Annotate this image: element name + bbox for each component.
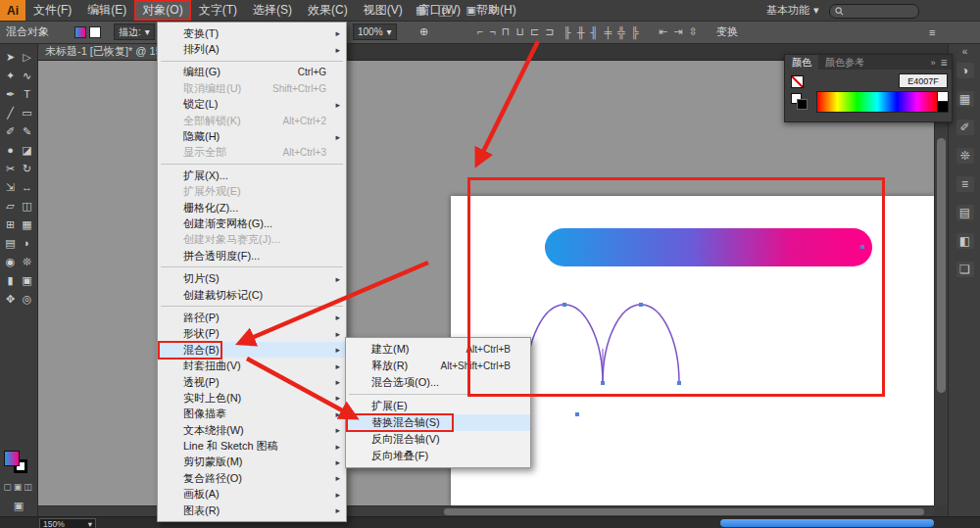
symbols-panel-icon[interactable]: ❊ — [956, 148, 974, 164]
rotate-tool-icon[interactable]: ↻ — [19, 161, 35, 176]
menu-item-line-sketch[interactable]: Line 和 Sketch 图稿▸ — [158, 438, 346, 454]
menu-item-clipping-mask[interactable]: 剪切蒙版(M)▸ — [158, 455, 346, 470]
menu-item-graph[interactable]: 图表(R)▸ — [158, 503, 346, 518]
hand-tool-icon[interactable]: ✥ — [2, 291, 19, 307]
menu-view[interactable]: 视图(V) — [356, 0, 411, 21]
magic-wand-tool-icon[interactable]: ✦ — [2, 68, 19, 83]
artboard-tool-icon[interactable]: ▣ — [19, 272, 35, 288]
menu-item-slice[interactable]: 切片(S)▸ — [158, 270, 346, 286]
menu-item-gradient-mesh[interactable]: 创建渐变网格(G)... — [158, 216, 346, 231]
anchor-points[interactable] — [524, 245, 864, 416]
workspace-switcher[interactable]: 基本功能 ▾ — [766, 0, 819, 21]
menu-item-rasterize[interactable]: 栅格化(Z)... — [158, 200, 346, 216]
spectrum-black-swatch[interactable] — [937, 101, 949, 113]
menu-item-flatten-transparency[interactable]: 拼合透明度(F)... — [158, 248, 346, 264]
perspective-grid-tool-icon[interactable]: ⊞ — [2, 216, 19, 232]
line-segment-tool-icon[interactable]: ╱ — [2, 105, 19, 120]
fill-stroke-proxy[interactable] — [74, 21, 101, 43]
menu-item-live-paint[interactable]: 实时上色(N)▸ — [158, 390, 346, 406]
color-spectrum-bar[interactable] — [816, 91, 938, 113]
menu-type[interactable]: 文字(T) — [191, 0, 245, 21]
menu-edit[interactable]: 编辑(E) — [79, 0, 134, 21]
opacity-dropdown[interactable]: 100%▾ — [353, 21, 397, 43]
submenu-item-blend-options[interactable]: 混合选项(O)... — [346, 374, 530, 391]
fill-swatch[interactable] — [74, 26, 86, 38]
bridge-icon[interactable]: Br — [438, 5, 453, 17]
expand-panels-icon[interactable]: « — [949, 43, 980, 63]
width-tool-icon[interactable]: ↔ — [19, 179, 35, 195]
menu-file[interactable]: 文件(F) — [25, 0, 79, 21]
menu-item-expand[interactable]: 扩展(X)... — [158, 168, 346, 183]
gradient-tool-icon[interactable]: ▤ — [2, 235, 19, 251]
submenu-item-replace-spine[interactable]: 替换混合轴(S) — [346, 414, 530, 431]
tab-color-guide[interactable]: 颜色参考 — [818, 55, 871, 70]
menu-effect[interactable]: 效果(C) — [300, 0, 356, 21]
menu-item-arrange[interactable]: 排列(A)▸ — [158, 41, 346, 57]
column-graph-tool-icon[interactable]: ▮ — [2, 272, 19, 288]
document-setup-icon[interactable]: ⊕ — [419, 21, 428, 43]
stroke-swatch[interactable] — [89, 26, 101, 38]
menu-item-group[interactable]: 编组(G)Ctrl+G — [158, 65, 346, 80]
type-tool-icon[interactable]: T — [19, 86, 35, 102]
transparency-panel-icon[interactable]: ◧ — [956, 233, 974, 249]
swatches-panel-icon[interactable]: ▦ — [956, 91, 974, 107]
brushes-panel-icon[interactable]: ✐ — [956, 120, 974, 135]
gradient-panel-icon[interactable]: ▤ — [956, 205, 974, 220]
blend-tool-icon[interactable]: ◉ — [2, 254, 19, 269]
distribute-icons-group[interactable]: ╟╫╢╪╬╠ — [564, 21, 645, 43]
panel-menu-icon[interactable]: ≣ — [940, 58, 948, 68]
zoom-level-dropdown[interactable]: 150% ▾ — [39, 518, 96, 528]
paintbrush-tool-icon[interactable]: ✐ — [2, 123, 19, 139]
scale-tool-icon[interactable]: ⇲ — [2, 179, 19, 195]
submenu-item-reverse-spine[interactable]: 反向混合轴(V) — [346, 431, 530, 448]
transform-link[interactable]: 变换 — [716, 21, 738, 43]
scissors-tool-icon[interactable]: ✂ — [2, 161, 19, 176]
black-swatch[interactable] — [797, 99, 808, 110]
zoom-tool-icon[interactable]: ◎ — [19, 291, 35, 307]
tab-color[interactable]: 颜色 — [785, 55, 818, 70]
submenu-item-reverse-front-to-back[interactable]: 反向堆叠(F) — [346, 448, 530, 464]
draw-mode-icons[interactable]: ▢▣◫ — [0, 482, 37, 492]
align-icons-group[interactable]: ⌐¬⊓⊔⊏⊐ — [477, 21, 560, 43]
pencil-tool-icon[interactable]: ✎ — [19, 123, 35, 139]
menu-item-perspective[interactable]: 透视(P)▸ — [158, 374, 346, 390]
search-input[interactable] — [848, 6, 913, 18]
horizontal-scrollbar-thumb[interactable] — [444, 508, 924, 515]
layout-icon[interactable]: ▣ — [466, 4, 475, 17]
eraser-tool-icon[interactable]: ◪ — [19, 142, 35, 158]
menu-item-hide[interactable]: 隐藏(H)▸ — [158, 128, 346, 144]
menu-select[interactable]: 选择(S) — [245, 0, 300, 21]
direct-selection-tool-icon[interactable]: ▷ — [19, 49, 35, 65]
app-logo[interactable]: Ai — [0, 0, 25, 21]
eyedropper-tool-icon[interactable]: ◗ — [19, 235, 35, 251]
control-panel-menu-icon[interactable]: ≡ — [929, 21, 935, 43]
menu-item-path[interactable]: 路径(P)▸ — [158, 310, 346, 325]
menu-item-crop-marks[interactable]: 创建裁切标记(C) — [158, 287, 346, 303]
vertical-scrollbar-thumb[interactable] — [937, 138, 946, 393]
menu-item-blend[interactable]: 混合(B)▸ — [158, 342, 346, 358]
spacing-icons-group[interactable]: ⇤⇥⇳ — [659, 21, 704, 43]
rectangle-tool-icon[interactable]: ▭ — [19, 105, 35, 120]
symbol-sprayer-tool-icon[interactable]: ❊ — [19, 254, 35, 269]
stroke-panel-icon[interactable]: ≡ — [956, 176, 974, 192]
layers-panel-icon[interactable]: ❏ — [956, 262, 974, 277]
menu-item-artboards[interactable]: 画板(A)▸ — [158, 487, 346, 503]
selection-tool-icon[interactable]: ➤ — [2, 49, 19, 65]
grid-icon[interactable]: ▦ — [416, 4, 425, 17]
collapse-panel-icon[interactable]: » — [930, 58, 935, 68]
mesh-tool-icon[interactable]: ▦ — [19, 216, 35, 232]
color-panel-icon[interactable]: ◑ — [956, 63, 974, 78]
lasso-tool-icon[interactable]: ∿ — [19, 68, 35, 83]
menu-item-envelope-distort[interactable]: 封套扭曲(V)▸ — [158, 358, 346, 373]
menu-item-transform[interactable]: 变换(T)▸ — [158, 25, 346, 41]
stroke-weight-dropdown[interactable]: 描边:▾ — [114, 21, 155, 43]
pen-tool-icon[interactable]: ✒ — [2, 86, 19, 102]
menu-item-image-trace[interactable]: 图像描摹▸ — [158, 407, 346, 422]
menu-object[interactable]: 对象(O) — [134, 0, 190, 21]
submenu-item-blend-make[interactable]: 建立(M)Alt+Ctrl+B — [346, 341, 530, 358]
arrange-documents-icon[interactable]: ⚙ — [489, 4, 499, 17]
submenu-item-blend-release[interactable]: 释放(R)Alt+Shift+Ctrl+B — [346, 358, 530, 374]
shape-builder-tool-icon[interactable]: ◫ — [19, 198, 35, 214]
menu-item-shape[interactable]: 形状(P)▸ — [158, 326, 346, 342]
hex-value-field[interactable]: E4007F — [899, 73, 948, 88]
